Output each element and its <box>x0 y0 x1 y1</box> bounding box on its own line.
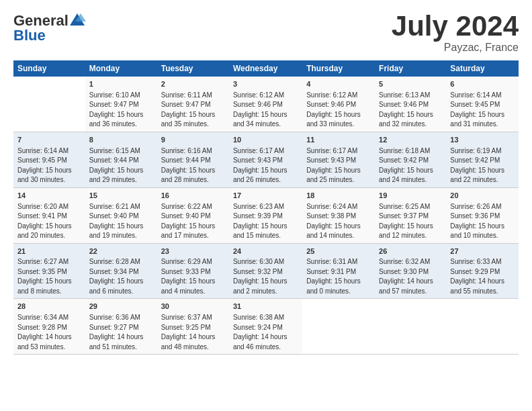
logo-text: General Blue <box>13 12 86 44</box>
day-number: 11 <box>306 135 371 145</box>
day-number: 2 <box>161 79 225 89</box>
calendar-cell: 15Sunrise: 6:21 AM Sunset: 9:40 PM Dayli… <box>85 187 157 243</box>
day-info: Sunrise: 6:14 AM Sunset: 9:45 PM Dayligh… <box>17 147 72 184</box>
day-number: 6 <box>450 79 515 89</box>
calendar-week-row: 14Sunrise: 6:20 AM Sunset: 9:41 PM Dayli… <box>13 187 519 243</box>
day-info: Sunrise: 6:11 AM Sunset: 9:47 PM Dayligh… <box>161 91 216 128</box>
day-info: Sunrise: 6:14 AM Sunset: 9:45 PM Dayligh… <box>450 91 504 128</box>
day-number: 26 <box>379 246 442 257</box>
day-number: 1 <box>89 79 153 89</box>
day-number: 25 <box>306 246 371 257</box>
day-number: 4 <box>306 79 371 89</box>
day-number: 14 <box>17 191 81 201</box>
day-info: Sunrise: 6:28 AM Sunset: 9:34 PM Dayligh… <box>89 258 144 295</box>
calendar-cell: 24Sunrise: 6:30 AM Sunset: 9:32 PM Dayli… <box>229 243 302 299</box>
logo-icon <box>69 12 86 30</box>
day-info: Sunrise: 6:18 AM Sunset: 9:42 PM Dayligh… <box>379 147 433 184</box>
calendar-body: 1Sunrise: 6:10 AM Sunset: 9:47 PM Daylig… <box>13 77 519 355</box>
day-info: Sunrise: 6:20 AM Sunset: 9:41 PM Dayligh… <box>17 203 72 240</box>
calendar-cell: 4Sunrise: 6:12 AM Sunset: 9:46 PM Daylig… <box>302 77 375 132</box>
day-number: 22 <box>89 246 153 257</box>
day-info: Sunrise: 6:17 AM Sunset: 9:43 PM Dayligh… <box>306 147 361 184</box>
day-number: 15 <box>89 191 153 201</box>
day-number: 23 <box>161 246 225 257</box>
calendar-cell: 23Sunrise: 6:29 AM Sunset: 9:33 PM Dayli… <box>157 243 229 299</box>
day-info: Sunrise: 6:19 AM Sunset: 9:42 PM Dayligh… <box>450 147 504 184</box>
calendar-cell: 18Sunrise: 6:24 AM Sunset: 9:38 PM Dayli… <box>302 187 375 243</box>
title-block: July 2024 Payzac, France <box>392 12 519 54</box>
calendar-cell: 5Sunrise: 6:13 AM Sunset: 9:46 PM Daylig… <box>375 77 446 132</box>
calendar-cell: 10Sunrise: 6:17 AM Sunset: 9:43 PM Dayli… <box>229 132 302 187</box>
day-info: Sunrise: 6:21 AM Sunset: 9:40 PM Dayligh… <box>89 203 144 240</box>
day-number: 8 <box>89 135 153 145</box>
day-of-week-header: Thursday <box>302 60 375 77</box>
calendar-cell: 7Sunrise: 6:14 AM Sunset: 9:45 PM Daylig… <box>13 132 85 187</box>
calendar-cell: 26Sunrise: 6:32 AM Sunset: 9:30 PM Dayli… <box>375 243 446 299</box>
page: General Blue July 2024 Payzac, France Su… <box>0 0 532 361</box>
calendar-cell: 31Sunrise: 6:38 AM Sunset: 9:24 PM Dayli… <box>229 299 302 355</box>
calendar-cell: 9Sunrise: 6:16 AM Sunset: 9:44 PM Daylig… <box>157 132 229 187</box>
day-of-week-header: Tuesday <box>157 60 229 77</box>
calendar-cell: 13Sunrise: 6:19 AM Sunset: 9:42 PM Dayli… <box>446 132 519 187</box>
day-number: 20 <box>450 191 515 201</box>
calendar-cell: 27Sunrise: 6:33 AM Sunset: 9:29 PM Dayli… <box>446 243 519 299</box>
calendar-week-row: 21Sunrise: 6:27 AM Sunset: 9:35 PM Dayli… <box>13 243 519 299</box>
day-info: Sunrise: 6:23 AM Sunset: 9:39 PM Dayligh… <box>233 203 287 240</box>
day-info: Sunrise: 6:29 AM Sunset: 9:33 PM Dayligh… <box>161 258 216 295</box>
day-number: 19 <box>379 191 442 201</box>
calendar-cell: 28Sunrise: 6:34 AM Sunset: 9:28 PM Dayli… <box>13 299 85 355</box>
day-of-week-header: Wednesday <box>229 60 302 77</box>
day-info: Sunrise: 6:15 AM Sunset: 9:44 PM Dayligh… <box>89 147 144 184</box>
calendar-cell: 12Sunrise: 6:18 AM Sunset: 9:42 PM Dayli… <box>375 132 446 187</box>
calendar-week-row: 28Sunrise: 6:34 AM Sunset: 9:28 PM Dayli… <box>13 299 519 355</box>
calendar-cell: 25Sunrise: 6:31 AM Sunset: 9:31 PM Dayli… <box>302 243 375 299</box>
day-number: 16 <box>161 191 225 201</box>
calendar-cell: 1Sunrise: 6:10 AM Sunset: 9:47 PM Daylig… <box>85 77 157 132</box>
calendar-cell: 20Sunrise: 6:26 AM Sunset: 9:36 PM Dayli… <box>446 187 519 243</box>
header: General Blue July 2024 Payzac, France <box>13 12 519 54</box>
day-number: 9 <box>161 135 225 145</box>
day-info: Sunrise: 6:10 AM Sunset: 9:47 PM Dayligh… <box>89 91 144 128</box>
calendar-week-row: 1Sunrise: 6:10 AM Sunset: 9:47 PM Daylig… <box>13 77 519 132</box>
day-info: Sunrise: 6:38 AM Sunset: 9:24 PM Dayligh… <box>233 314 287 351</box>
day-info: Sunrise: 6:22 AM Sunset: 9:40 PM Dayligh… <box>161 203 216 240</box>
calendar-cell <box>446 299 519 355</box>
calendar-cell <box>375 299 446 355</box>
calendar-cell: 8Sunrise: 6:15 AM Sunset: 9:44 PM Daylig… <box>85 132 157 187</box>
calendar-cell: 14Sunrise: 6:20 AM Sunset: 9:41 PM Dayli… <box>13 187 85 243</box>
calendar-cell: 21Sunrise: 6:27 AM Sunset: 9:35 PM Dayli… <box>13 243 85 299</box>
day-info: Sunrise: 6:25 AM Sunset: 9:37 PM Dayligh… <box>379 203 433 240</box>
calendar-cell: 3Sunrise: 6:12 AM Sunset: 9:46 PM Daylig… <box>229 77 302 132</box>
day-info: Sunrise: 6:37 AM Sunset: 9:25 PM Dayligh… <box>161 314 216 351</box>
day-info: Sunrise: 6:16 AM Sunset: 9:44 PM Dayligh… <box>161 147 216 184</box>
day-number: 7 <box>17 135 81 145</box>
day-info: Sunrise: 6:12 AM Sunset: 9:46 PM Dayligh… <box>306 91 361 128</box>
calendar-cell: 2Sunrise: 6:11 AM Sunset: 9:47 PM Daylig… <box>157 77 229 132</box>
location: Payzac, France <box>392 42 519 54</box>
day-number: 21 <box>17 246 81 257</box>
day-info: Sunrise: 6:27 AM Sunset: 9:35 PM Dayligh… <box>17 258 72 295</box>
calendar-cell <box>13 77 85 132</box>
calendar-table: SundayMondayTuesdayWednesdayThursdayFrid… <box>13 60 519 355</box>
day-number: 10 <box>233 135 298 145</box>
calendar-cell: 29Sunrise: 6:36 AM Sunset: 9:27 PM Dayli… <box>85 299 157 355</box>
calendar-cell: 6Sunrise: 6:14 AM Sunset: 9:45 PM Daylig… <box>446 77 519 132</box>
day-number: 12 <box>379 135 442 145</box>
day-info: Sunrise: 6:17 AM Sunset: 9:43 PM Dayligh… <box>233 147 287 184</box>
day-number: 5 <box>379 79 442 89</box>
day-number: 27 <box>450 246 515 257</box>
day-of-week-header: Friday <box>375 60 446 77</box>
calendar-cell: 22Sunrise: 6:28 AM Sunset: 9:34 PM Dayli… <box>85 243 157 299</box>
logo: General Blue <box>13 12 86 44</box>
calendar-cell <box>302 299 375 355</box>
day-of-week-header: Saturday <box>446 60 519 77</box>
calendar-week-row: 7Sunrise: 6:14 AM Sunset: 9:45 PM Daylig… <box>13 132 519 187</box>
day-info: Sunrise: 6:31 AM Sunset: 9:31 PM Dayligh… <box>306 258 361 295</box>
calendar-cell: 11Sunrise: 6:17 AM Sunset: 9:43 PM Dayli… <box>302 132 375 187</box>
day-number: 24 <box>233 246 298 257</box>
day-number: 3 <box>233 79 298 89</box>
day-number: 17 <box>233 191 298 201</box>
day-info: Sunrise: 6:34 AM Sunset: 9:28 PM Dayligh… <box>17 314 72 351</box>
day-info: Sunrise: 6:24 AM Sunset: 9:38 PM Dayligh… <box>306 203 361 240</box>
calendar-header-row: SundayMondayTuesdayWednesdayThursdayFrid… <box>13 60 519 77</box>
